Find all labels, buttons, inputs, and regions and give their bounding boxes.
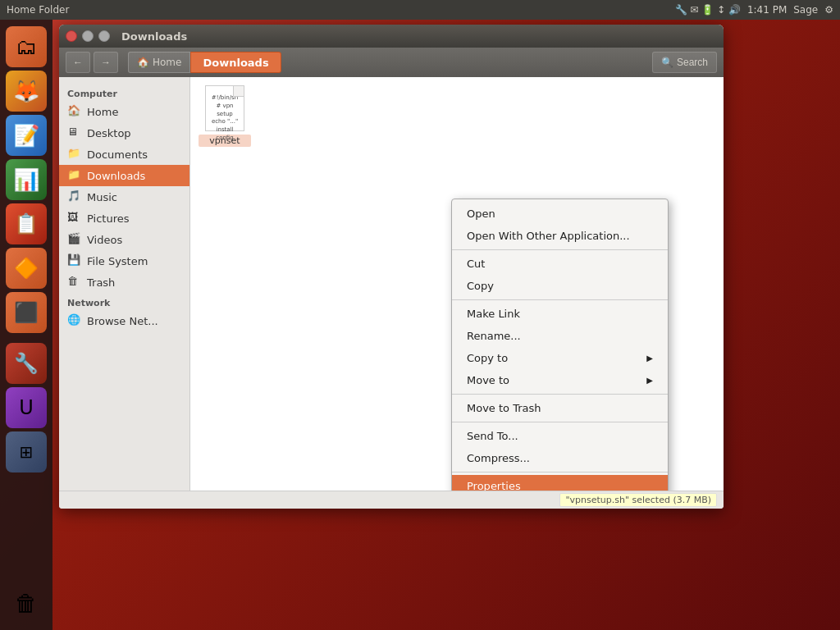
- sidebar-browsenet-label: Browse Net...: [87, 315, 158, 327]
- clock: 1:41 PM: [747, 4, 787, 16]
- home-folder-icon: 🏠: [137, 57, 149, 68]
- breadcrumb-home[interactable]: 🏠 Home: [128, 52, 190, 73]
- menu-item-rename[interactable]: Rename...: [452, 325, 668, 347]
- dock-item-trash[interactable]: 🗑: [6, 582, 47, 623]
- sidebar-item-browsenet[interactable]: 🌐 Browse Net...: [59, 310, 189, 331]
- breadcrumb-home-label: Home: [153, 57, 181, 68]
- top-bar-left: Home Folder: [7, 4, 69, 16]
- dock: 🗂 🦊 📝 📊 📋 🔶 ⬛ 🔧 U ⊞ 🗑: [0, 20, 52, 630]
- music-icon: 🎵: [67, 189, 82, 204]
- menu-item-properties[interactable]: Properties: [452, 475, 668, 491]
- file-content-preview: #!/bin/sh # vpn setup echo "..." install…: [210, 94, 240, 143]
- top-bar-title: Home Folder: [7, 4, 69, 16]
- sidebar-music-label: Music: [87, 191, 117, 203]
- breadcrumb: 🏠 Home Downloads: [128, 52, 642, 73]
- menu-make-link-label: Make Link: [467, 308, 520, 320]
- downloads-icon: 📁: [67, 168, 82, 183]
- back-button[interactable]: ←: [66, 52, 90, 73]
- computer-section-label: Computer: [59, 84, 189, 101]
- menu-move-to-label: Move to: [467, 374, 509, 386]
- sidebar-item-desktop[interactable]: 🖥 Desktop: [59, 122, 189, 144]
- sidebar-item-pictures[interactable]: 🖼 Pictures: [59, 208, 189, 229]
- home-icon: 🏠: [67, 104, 82, 119]
- dock-item-ubuntu3[interactable]: U: [6, 387, 47, 428]
- filesystem-icon: 💾: [67, 253, 82, 268]
- menu-open-with-label: Open With Other Application...: [467, 230, 630, 242]
- sidebar-trash-label: Trash: [87, 276, 115, 289]
- search-button[interactable]: 🔍 Search: [652, 52, 717, 73]
- menu-item-cut[interactable]: Cut: [452, 253, 668, 275]
- context-menu: Open Open With Other Application... Cut …: [451, 199, 669, 491]
- settings-icon[interactable]: ⚙: [824, 4, 833, 16]
- title-bar: Downloads: [59, 25, 724, 48]
- status-text: "vpnsetup.sh" selected (3.7 MB): [559, 493, 717, 507]
- menu-properties-label: Properties: [467, 480, 521, 491]
- menu-item-open[interactable]: Open: [452, 203, 668, 225]
- sidebar-item-documents[interactable]: 📁 Documents: [59, 144, 189, 165]
- menu-item-move-to[interactable]: Move to: [452, 369, 668, 391]
- close-button[interactable]: [66, 30, 77, 42]
- menu-cut-label: Cut: [467, 258, 485, 270]
- file-icon-image: #!/bin/sh # vpn setup echo "..." install…: [205, 85, 244, 131]
- maximize-button[interactable]: [98, 30, 110, 42]
- user-name: Sage: [793, 4, 818, 16]
- sidebar-downloads-label: Downloads: [87, 170, 145, 182]
- dock-item-firefox[interactable]: 🦊: [6, 71, 47, 112]
- menu-item-compress[interactable]: Compress...: [452, 447, 668, 469]
- minimize-button[interactable]: [82, 30, 94, 42]
- dock-item-impress[interactable]: 📋: [6, 203, 47, 244]
- menu-item-open-with[interactable]: Open With Other Application...: [452, 225, 668, 247]
- videos-icon: 🎬: [67, 232, 82, 247]
- forward-button[interactable]: →: [94, 52, 118, 73]
- menu-item-move-trash[interactable]: Move to Trash: [452, 397, 668, 419]
- toolbar: ← → 🏠 Home Downloads 🔍 Search: [59, 48, 724, 77]
- top-bar: Home Folder 🔧 ✉ 🔋 ↕ 🔊 1:41 PM Sage ⚙: [0, 0, 840, 20]
- separator-1: [452, 249, 668, 250]
- menu-send-to-label: Send To...: [467, 430, 518, 442]
- sidebar-pictures-label: Pictures: [87, 212, 129, 225]
- file-manager-window: Downloads ← → 🏠 Home Downloads 🔍 Search …: [59, 25, 724, 509]
- dock-item-files[interactable]: 🗂: [6, 26, 47, 67]
- trash-icon: 🗑: [67, 275, 82, 290]
- menu-compress-label: Compress...: [467, 452, 530, 464]
- network-icon: 🌐: [67, 313, 82, 328]
- sidebar-home-label: Home: [87, 106, 118, 118]
- content-area: Computer 🏠 Home 🖥 Desktop 📁 Documents 📁 …: [59, 77, 724, 491]
- back-icon: ←: [73, 57, 83, 68]
- search-icon: 🔍: [661, 57, 673, 68]
- dock-item-calc[interactable]: 📊: [6, 159, 47, 200]
- menu-item-copy-to[interactable]: Copy to: [452, 347, 668, 369]
- menu-open-label: Open: [467, 208, 495, 220]
- menu-item-copy[interactable]: Copy: [452, 275, 668, 297]
- sidebar-item-music[interactable]: 🎵 Music: [59, 186, 189, 208]
- sidebar-desktop-label: Desktop: [87, 127, 131, 139]
- menu-copy-label: Copy: [467, 280, 494, 292]
- breadcrumb-downloads[interactable]: Downloads: [190, 52, 281, 73]
- separator-5: [452, 472, 668, 472]
- pictures-icon: 🖼: [67, 211, 82, 226]
- sidebar-item-home[interactable]: 🏠 Home: [59, 101, 189, 122]
- dock-item-writer[interactable]: 📝: [6, 115, 47, 156]
- forward-icon: →: [101, 57, 111, 68]
- system-icons: 🔧 ✉ 🔋 ↕ 🔊: [675, 4, 741, 16]
- dock-item-ubuntu2[interactable]: ⬛: [6, 292, 47, 333]
- menu-item-make-link[interactable]: Make Link: [452, 303, 668, 325]
- sidebar-item-filesystem[interactable]: 💾 File System: [59, 250, 189, 272]
- search-label: Search: [677, 57, 708, 68]
- dock-item-ubuntu1[interactable]: 🔶: [6, 248, 47, 289]
- separator-3: [452, 394, 668, 395]
- menu-move-trash-label: Move to Trash: [467, 402, 541, 414]
- status-bar: "vpnsetup.sh" selected (3.7 MB): [59, 491, 724, 509]
- file-item-vpnsetup[interactable]: #!/bin/sh # vpn setup echo "..." install…: [199, 85, 251, 147]
- sidebar-item-trash[interactable]: 🗑 Trash: [59, 272, 189, 293]
- file-area: #!/bin/sh # vpn setup echo "..." install…: [190, 77, 724, 491]
- sidebar-item-videos[interactable]: 🎬 Videos: [59, 229, 189, 250]
- sidebar-videos-label: Videos: [87, 234, 122, 246]
- top-bar-right: 🔧 ✉ 🔋 ↕ 🔊 1:41 PM Sage ⚙: [675, 4, 833, 16]
- sidebar-item-downloads[interactable]: 📁 Downloads: [59, 165, 189, 186]
- desktop-icon: 🖥: [67, 126, 82, 140]
- sidebar-documents-label: Documents: [87, 148, 148, 161]
- dock-item-tools[interactable]: 🔧: [6, 343, 47, 384]
- dock-item-grid[interactable]: ⊞: [6, 431, 47, 472]
- menu-item-send-to[interactable]: Send To...: [452, 425, 668, 447]
